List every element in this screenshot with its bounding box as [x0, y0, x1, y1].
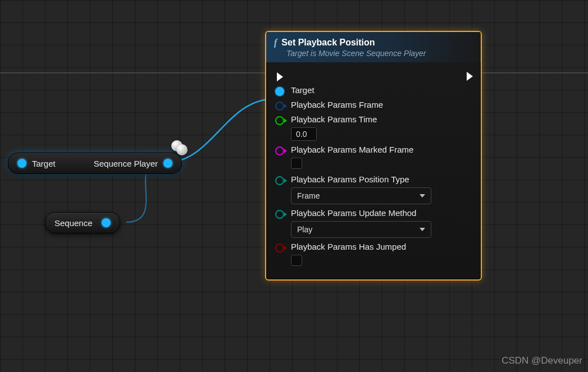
- blueprint-canvas[interactable]: Target Sequence Player Sequence f Set Pl…: [0, 0, 588, 372]
- label-target: Target: [291, 85, 314, 95]
- input-pin-object-target[interactable]: [275, 87, 284, 96]
- dropdown-update-method[interactable]: Play: [291, 221, 431, 238]
- node-set-playback-position[interactable]: f Set Playback Position Target is Movie …: [265, 31, 482, 281]
- pin-label-target: Target: [32, 159, 56, 168]
- pin-label-sequence: Sequence: [54, 218, 93, 228]
- input-pin-position-type[interactable]: [275, 176, 284, 185]
- dropdown-position-type[interactable]: Frame: [291, 187, 431, 204]
- output-pin-sequence-player[interactable]: [163, 159, 172, 168]
- reroute-knob-2[interactable]: [176, 144, 188, 155]
- output-pin-sequence[interactable]: [102, 218, 111, 227]
- function-icon: f: [274, 38, 277, 48]
- node-sequence-player[interactable]: Target Sequence Player: [8, 153, 182, 174]
- label-has-jumped: Playback Params Has Jumped: [291, 242, 473, 251]
- chevron-down-icon: [420, 194, 425, 198]
- dropdown-position-type-value: Frame: [297, 191, 320, 200]
- chevron-down-icon: [420, 228, 425, 231]
- label-position-type: Playback Params Position Type: [291, 174, 473, 184]
- node-sequence[interactable]: Sequence: [45, 212, 120, 233]
- label-marked-frame: Playback Params Marked Frame: [291, 145, 473, 154]
- label-time: Playback Params Time: [291, 114, 473, 124]
- input-pin-update-method[interactable]: [275, 210, 284, 219]
- input-has-jumped-value[interactable]: [291, 255, 302, 266]
- input-pin-time[interactable]: [275, 116, 284, 125]
- watermark-text: CSDN @Deveuper: [502, 355, 582, 366]
- pin-label-sequence-player: Sequence Player: [94, 159, 158, 168]
- input-pin-frame[interactable]: [275, 102, 284, 111]
- input-marked-frame-value[interactable]: [291, 158, 302, 169]
- dropdown-update-method-value: Play: [297, 225, 312, 234]
- label-update-method: Playback Params Update Method: [291, 208, 473, 218]
- input-pin-marked-frame[interactable]: [275, 146, 284, 155]
- exec-in-pin[interactable]: [277, 72, 283, 81]
- node-subtitle: Target is Movie Scene Sequence Player: [286, 49, 473, 58]
- exec-out-pin[interactable]: [467, 72, 473, 81]
- label-frame: Playback Params Frame: [291, 100, 383, 109]
- input-pin-target[interactable]: [17, 159, 26, 168]
- input-time-value[interactable]: 0.0: [291, 127, 317, 141]
- node-header: f Set Playback Position Target is Movie …: [266, 32, 481, 62]
- input-pin-has-jumped[interactable]: [275, 244, 284, 252]
- node-title: Set Playback Position: [281, 38, 375, 48]
